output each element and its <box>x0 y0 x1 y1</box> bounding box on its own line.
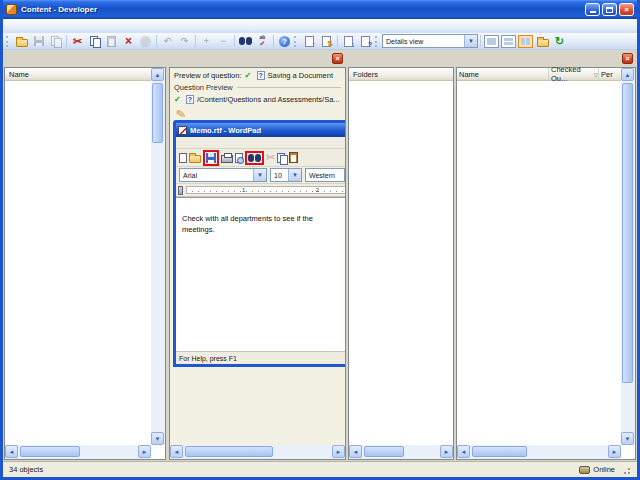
minimize-button[interactable] <box>585 3 600 16</box>
save-icon[interactable] <box>206 153 216 163</box>
column-permissions[interactable]: Per <box>599 68 621 80</box>
toolbar-grip[interactable] <box>294 36 298 47</box>
find-icon[interactable] <box>248 154 261 162</box>
scrollbar-thumb[interactable] <box>20 446 80 457</box>
scroll-right-icon[interactable]: ► <box>608 445 621 458</box>
find-highlight-box[interactable] <box>245 151 264 165</box>
scroll-left-icon[interactable]: ◄ <box>349 445 362 458</box>
list-column-headers: Name Checked Ou...▽ Per <box>457 68 621 81</box>
toolbar-grip[interactable] <box>375 36 379 47</box>
column-checked-out[interactable]: Checked Ou...▽ <box>549 68 599 80</box>
folders-tree <box>349 81 453 445</box>
vertical-scrollbar[interactable]: ▲ ▼ <box>621 68 635 445</box>
delete-icon[interactable]: × <box>120 34 137 49</box>
find-icon[interactable] <box>237 34 254 49</box>
link-icon[interactable] <box>137 34 154 49</box>
preview-header-label: Preview of question: <box>174 71 242 80</box>
view-split-vertical-button[interactable] <box>518 35 533 48</box>
column-name[interactable]: Name <box>457 68 549 80</box>
folders-column-header[interactable]: Folders <box>349 68 453 81</box>
resize-grip[interactable] <box>621 465 631 475</box>
view-single-pane-button[interactable] <box>484 35 499 48</box>
horizontal-scrollbar[interactable]: ◄ ► <box>349 445 453 459</box>
font-name-select[interactable]: Arial ▼ <box>179 168 267 182</box>
scroll-down-icon[interactable]: ▼ <box>151 432 164 445</box>
cut-icon[interactable]: ✂ <box>266 151 275 164</box>
toolbar-separator <box>195 35 196 47</box>
wordpad-title-bar[interactable]: Memo.rtf - WordPad <box>176 123 346 137</box>
redo-icon[interactable]: ↷ <box>176 34 193 49</box>
open-icon[interactable] <box>13 34 30 49</box>
wordpad-format-bar: Arial ▼ 10 ▼ Western <box>176 167 346 184</box>
print-preview-icon[interactable] <box>235 153 243 163</box>
vertical-scrollbar[interactable]: ▲ ▼ <box>151 68 165 445</box>
margin-marker[interactable] <box>178 186 183 195</box>
scroll-right-icon[interactable]: ► <box>440 445 453 458</box>
course-tree <box>5 81 151 445</box>
expand-all-icon[interactable]: + <box>198 34 215 49</box>
scroll-left-icon[interactable]: ◄ <box>5 445 18 458</box>
scroll-right-icon[interactable]: ► <box>138 445 151 458</box>
toolbar-grip[interactable] <box>6 36 10 47</box>
details-view-select[interactable]: Details view ▼ <box>382 34 478 48</box>
font-size-select[interactable]: 10 ▼ <box>270 168 302 182</box>
preview-close-button[interactable]: × <box>332 53 343 64</box>
online-icon <box>579 466 590 474</box>
scroll-right-icon[interactable]: ► <box>332 445 345 458</box>
folder-options-icon[interactable] <box>534 34 551 49</box>
chevron-down-icon[interactable]: ▼ <box>253 169 266 181</box>
print-icon[interactable] <box>221 155 233 163</box>
question-path: /Content/Questions and Assessments/Sa... <box>197 95 340 104</box>
new-document-icon[interactable] <box>179 153 187 163</box>
chevron-down-icon[interactable]: ▼ <box>288 169 301 181</box>
wordpad-simulation-window[interactable]: Memo.rtf - WordPad ✂ Arial ▼ <box>173 120 346 367</box>
maximize-button[interactable] <box>602 3 617 16</box>
save-icon[interactable] <box>30 34 47 49</box>
copy-icon[interactable] <box>277 153 287 163</box>
question-path-row[interactable]: ✓ ? /Content/Questions and Assessments/S… <box>170 92 345 105</box>
open-icon[interactable] <box>189 155 201 163</box>
paste-icon[interactable] <box>289 152 298 163</box>
check-in-icon[interactable]: ↑ <box>301 34 318 49</box>
right-panel-close-button[interactable]: × <box>622 53 633 64</box>
import-icon[interactable]: ↓ <box>340 34 357 49</box>
object-count: 34 objects <box>9 465 43 474</box>
copy-icon[interactable] <box>86 34 103 49</box>
horizontal-scrollbar[interactable]: ◄ ► <box>5 445 151 459</box>
undo-icon[interactable]: ↶ <box>159 34 176 49</box>
app-icon <box>6 4 17 15</box>
help-icon[interactable]: ? <box>276 34 293 49</box>
horizontal-scrollbar[interactable]: ◄ ► <box>457 445 621 459</box>
scroll-left-icon[interactable]: ◄ <box>457 445 470 458</box>
name-column-header[interactable]: Name <box>5 68 151 81</box>
spellcheck-icon[interactable]: ab✓ <box>254 34 271 49</box>
charset-select[interactable]: Western <box>305 168 345 182</box>
scroll-up-icon[interactable]: ▲ <box>621 68 634 81</box>
cut-icon[interactable]: ✂ <box>69 34 86 49</box>
folders-pane: Folders ◄ ► <box>348 67 454 460</box>
scrollbar-thumb[interactable] <box>472 446 527 457</box>
scrollbar-thumb[interactable] <box>364 446 404 457</box>
app-window: Content - Developer × ✂ × ↶ ↷ + − ab✓ ? … <box>0 0 640 480</box>
paste-icon[interactable] <box>103 34 120 49</box>
scrollbar-thumb[interactable] <box>622 83 633 383</box>
ruler[interactable]: 1 2 <box>176 184 346 197</box>
scroll-down-icon[interactable]: ▼ <box>621 432 634 445</box>
scroll-left-icon[interactable]: ◄ <box>170 445 183 458</box>
horizontal-scrollbar[interactable]: ◄ ► <box>170 445 345 459</box>
close-button[interactable]: × <box>619 3 634 16</box>
scrollbar-thumb[interactable] <box>152 83 163 143</box>
wordpad-toolbar: ✂ <box>176 149 346 167</box>
scrollbar-thumb[interactable] <box>185 446 273 457</box>
collapse-all-icon[interactable]: − <box>215 34 232 49</box>
save-highlight-box[interactable] <box>203 150 219 166</box>
refresh-icon[interactable]: ↻ <box>551 34 568 49</box>
check-out-icon[interactable]: ⇅ <box>318 34 335 49</box>
save-all-icon[interactable] <box>47 34 64 49</box>
scroll-up-icon[interactable]: ▲ <box>151 68 164 81</box>
export-icon[interactable]: ? <box>357 34 374 49</box>
title-bar[interactable]: Content - Developer × <box>3 0 637 19</box>
chevron-down-icon[interactable]: ▼ <box>464 35 477 47</box>
view-split-horizontal-button[interactable] <box>501 35 516 48</box>
wordpad-document[interactable]: Check with all departments to see if the… <box>176 197 346 351</box>
